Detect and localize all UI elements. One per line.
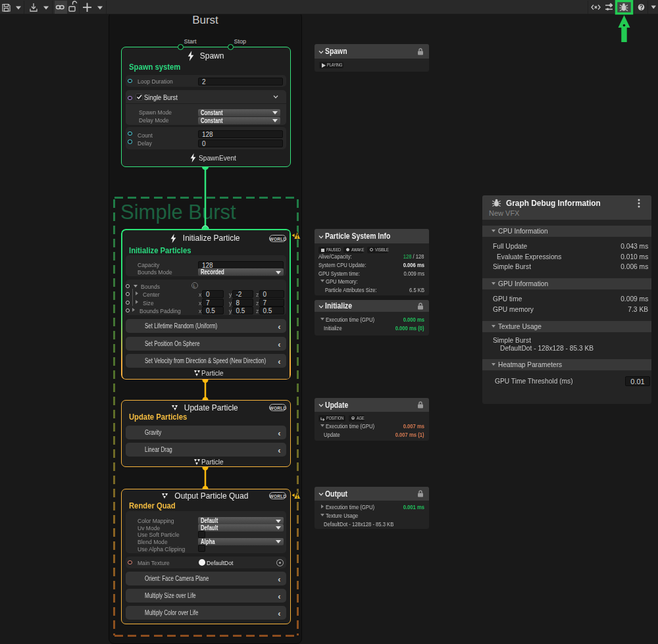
svg-text:Simple Burst: Simple Burst (120, 201, 236, 224)
